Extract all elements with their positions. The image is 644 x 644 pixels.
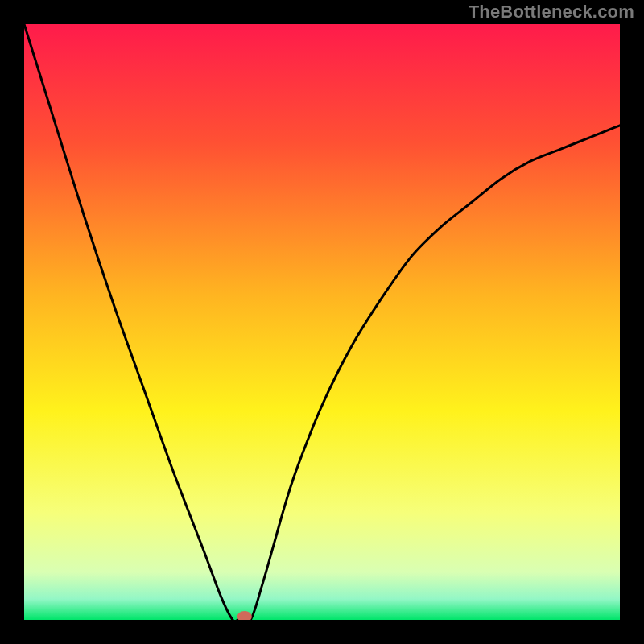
watermark-text: TheBottleneck.com [469, 2, 634, 23]
plot-background [24, 24, 620, 620]
chart-frame: TheBottleneck.com [0, 0, 644, 644]
plot-outer [24, 24, 620, 620]
plot-svg [24, 24, 620, 620]
